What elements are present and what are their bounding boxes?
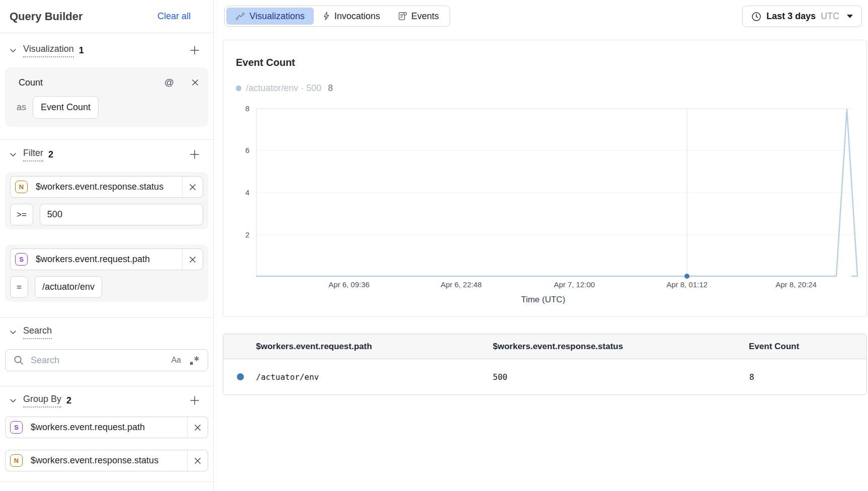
number-type-badge: N [10,454,23,467]
visualization-section-label[interactable]: Visualization [23,44,74,57]
caret-down-icon [847,15,853,18]
filter-section-header: Filter 2 [5,146,208,162]
search-icon [14,355,24,366]
line-chart-icon [235,12,245,21]
column-header: Event Count [747,342,866,352]
chevron-down-icon[interactable] [10,152,17,157]
visualization-section-header: Visualization 1 [5,42,208,58]
time-range-label: Last 3 days [766,11,816,22]
section-divider [0,317,213,318]
search-input[interactable] [31,355,171,366]
close-icon [194,457,202,465]
column-header: $workers.event.request.path [223,342,493,352]
main-content: Visualizations Invocations Events Last 3… [214,0,868,491]
add-group-by-button[interactable] [188,394,201,407]
metric-label[interactable]: Count [19,77,164,88]
tab-events[interactable]: Events [389,8,448,25]
visualization-count: 1 [79,45,84,56]
x-tick: Apr 7, 12:00 [554,280,595,289]
tab-label: Visualizations [249,11,305,22]
plus-icon [189,149,200,160]
y-tick: 2 [245,230,249,239]
sidebar-body: Visualization 1 Count @ as Event Count [0,42,213,482]
section-divider [0,139,213,140]
string-type-badge: S [10,421,23,434]
filter-field-name: $workers.event.response.status [36,182,182,192]
y-tick: 4 [245,188,249,197]
group-by-field-name: $workers.event.request.path [31,422,187,433]
cell-request-path: /actuator/env [256,372,319,382]
number-type-badge: N [15,181,28,193]
group-by-section-label[interactable]: Group By [23,394,61,407]
section-divider [0,481,213,482]
results-table: $workers.event.request.path $workers.eve… [223,334,867,395]
match-case-toggle[interactable]: Aa [171,356,181,365]
plus-icon [189,395,200,406]
filter-section-label[interactable]: Filter [23,148,43,161]
filter-count: 2 [48,149,53,160]
tab-invocations[interactable]: Invocations [314,8,389,25]
filter-value-input[interactable]: /actuator/env [35,276,102,298]
remove-filter-button[interactable] [183,249,203,270]
string-type-badge: S [15,253,28,266]
filter-operator-select[interactable]: = [10,276,28,298]
chevron-down-icon[interactable] [10,398,17,403]
filter-field-row[interactable]: S $workers.event.request.path [10,249,203,270]
filter-field-row[interactable]: N $workers.event.response.status [10,176,203,198]
group-by-section-header: Group By 2 [5,392,208,408]
table-row[interactable]: /actuator/env 500 8 [223,359,866,394]
line-chart-plot[interactable]: 8 6 4 2 Apr 6, 09:36 Apr 6, 22:48 Apr 7,… [223,40,867,317]
regex-icon [189,356,201,365]
time-range-picker[interactable]: Last 3 days UTC [742,6,862,27]
tab-visualizations[interactable]: Visualizations [226,8,314,25]
filter-field-name: $workers.event.request.path [36,254,182,265]
chevron-down-icon[interactable] [10,330,17,335]
group-by-field-row[interactable]: N $workers.event.response.status [5,450,208,471]
add-visualization-button[interactable] [188,44,201,57]
as-label: as [17,102,26,113]
close-icon [189,256,197,264]
search-box: Aa [5,349,208,371]
clear-all-link[interactable]: Clear all [157,11,191,22]
x-tick: Apr 6, 09:36 [328,280,370,289]
column-header: $workers.event.response.status [493,342,747,352]
tab-label: Events [411,11,439,22]
group-by-count: 2 [66,395,71,406]
close-icon [189,183,197,191]
visualization-alias-input[interactable]: Event Count [33,96,99,119]
x-tick: Apr 8, 20:24 [775,280,817,289]
add-filter-button[interactable] [188,148,201,161]
search-section-label[interactable]: Search [23,325,52,339]
filter-item: N $workers.event.response.status >= 500 [5,172,208,229]
y-tick: 6 [245,146,249,154]
group-by-field-row[interactable]: S $workers.event.request.path [5,417,208,438]
search-section-header: Search [5,324,208,340]
series-color-dot [237,373,244,380]
event-count-chart-card: Event Count /actuator/env · 500 8 8 6 4 … [223,40,867,317]
filter-operator-select[interactable]: >= [10,204,33,225]
y-tick: 8 [245,104,249,113]
x-axis-label: Time (UTC) [521,295,565,304]
regex-toggle[interactable] [189,356,201,365]
page-title: Query Builder [10,10,82,23]
remove-filter-button[interactable] [183,177,203,197]
section-divider [0,386,213,386]
visualization-card: Count @ as Event Count [5,67,208,127]
remove-visualization-button[interactable] [189,76,201,89]
remove-group-by-button[interactable] [188,417,208,438]
remove-group-by-button[interactable] [188,450,208,471]
filter-value-input[interactable]: 500 [40,204,203,225]
sidebar-header: Query Builder Clear all [0,0,213,33]
chevron-down-icon[interactable] [10,48,17,53]
view-tabs: Visualizations Invocations Events [224,6,450,27]
plus-icon [189,45,200,56]
x-tick: Apr 6, 22:48 [441,280,482,289]
group-by-field-name: $workers.event.response.status [31,455,187,466]
close-icon [194,424,202,432]
table-header-row: $workers.event.request.path $workers.eve… [223,334,866,359]
lightning-icon [323,12,330,21]
clock-icon [751,12,761,22]
filter-item: S $workers.event.request.path = /actuato… [5,244,208,302]
close-icon [191,78,199,87]
at-symbol-button[interactable]: @ [164,77,174,88]
